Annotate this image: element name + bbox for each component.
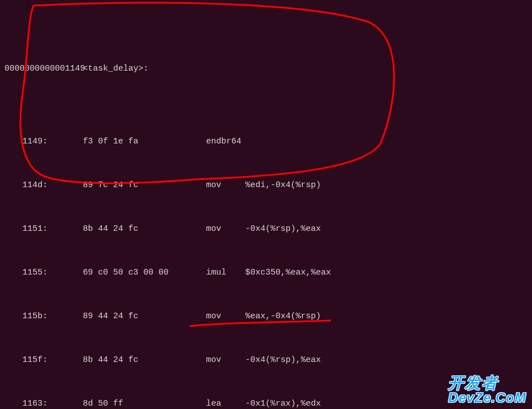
operands: -0x4(%rsp),%eax <box>245 222 528 236</box>
operands: -0x4(%rsp),%eax <box>245 353 528 368</box>
symbol-address: 0000000000001149 <box>4 62 83 76</box>
bytes: 89 44 24 fc <box>83 309 206 324</box>
watermark: 开发者 DevZe.CoM <box>448 375 526 405</box>
watermark-line2: DevZe.CoM <box>448 391 526 405</box>
operands: $0xc350,%eax,%eax <box>245 266 528 280</box>
operands: %eax,-0x4(%rsp) <box>245 309 528 324</box>
operands: %edi,-0x4(%rsp) <box>245 178 528 193</box>
asm-row: 114d:89 7c 24 fcmov%edi,-0x4(%rsp) <box>4 178 528 193</box>
asm-row: 115f:8b 44 24 fcmov-0x4(%rsp),%eax <box>4 353 528 368</box>
addr: 114d: <box>4 178 83 193</box>
bytes: 8b 44 24 fc <box>83 222 206 236</box>
symbol-header: 0000000000001149 <task_delay>: <box>4 62 528 76</box>
mnemonic: mov <box>206 309 245 324</box>
mnemonic: endbr64 <box>206 134 245 149</box>
disassembly-listing: 0000000000001149 <task_delay>: 1149:f3 0… <box>4 3 528 409</box>
addr: 1149: <box>4 134 83 149</box>
mnemonic: imul <box>206 266 245 280</box>
bytes: 69 c0 50 c3 00 00 <box>83 266 206 280</box>
addr: 1155: <box>4 266 83 280</box>
bytes: 89 7c 24 fc <box>83 178 206 193</box>
watermark-line1: 开发者 <box>448 375 526 391</box>
asm-row: 115b:89 44 24 fcmov%eax,-0x4(%rsp) <box>4 309 528 324</box>
asm-row: 1149:f3 0f 1e faendbr64 <box>4 134 528 149</box>
mnemonic: mov <box>206 353 245 368</box>
symbol-name: <task_delay>: <box>83 62 528 76</box>
addr: 115b: <box>4 309 83 324</box>
addr: 115f: <box>4 353 83 368</box>
asm-row: 1155:69 c0 50 c3 00 00imul$0xc350,%eax,%… <box>4 266 528 280</box>
mnemonic: lea <box>206 397 245 409</box>
bytes: 8b 44 24 fc <box>83 353 206 368</box>
mnemonic: mov <box>206 178 245 193</box>
bytes: f3 0f 1e fa <box>83 134 206 149</box>
asm-row: 1151:8b 44 24 fcmov-0x4(%rsp),%eax <box>4 222 528 236</box>
addr: 1163: <box>4 397 83 409</box>
mnemonic: mov <box>206 222 245 236</box>
bytes: 8d 50 ff <box>83 397 206 409</box>
operands <box>245 134 528 149</box>
addr: 1151: <box>4 222 83 236</box>
